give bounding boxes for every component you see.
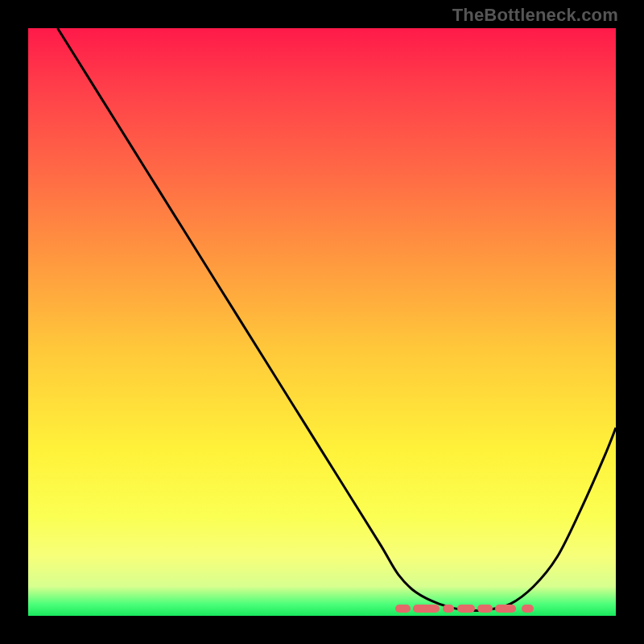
optimal-marker [395,605,410,613]
optimal-marker [522,605,534,613]
watermark-text: TheBottleneck.com [452,5,618,26]
chart-plot-area [28,28,616,616]
optimal-marker [443,605,455,613]
optimal-marker [413,605,440,613]
bottleneck-curve [28,28,616,616]
optimal-marker [457,605,475,613]
optimal-marker [477,605,492,613]
optimal-marker [495,605,516,613]
